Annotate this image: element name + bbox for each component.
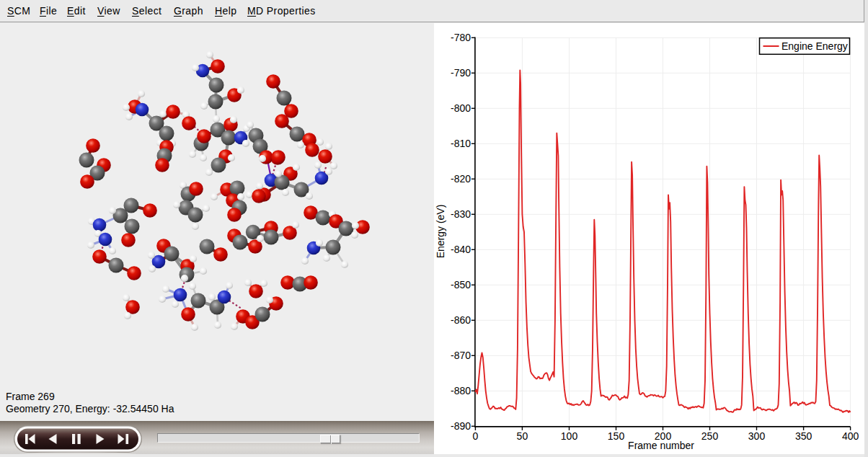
- svg-text:-860: -860: [451, 314, 471, 326]
- svg-text:-840: -840: [451, 244, 471, 255]
- svg-text:150: 150: [608, 430, 625, 442]
- svg-text:50: 50: [517, 430, 528, 442]
- svg-text:-820: -820: [451, 173, 471, 185]
- svg-text:300: 300: [748, 430, 766, 442]
- svg-text:-870: -870: [451, 350, 471, 361]
- svg-text:400: 400: [842, 430, 859, 442]
- svg-text:-800: -800: [451, 102, 471, 114]
- svg-text:-790: -790: [451, 67, 471, 79]
- svg-text:Frame number: Frame number: [628, 440, 694, 451]
- svg-text:-890: -890: [451, 420, 471, 432]
- svg-text:-850: -850: [451, 279, 471, 290]
- svg-text:100: 100: [561, 430, 578, 442]
- svg-text:Energy (eV): Energy (eV): [435, 205, 446, 259]
- svg-text:Engine Energy: Engine Energy: [781, 40, 848, 52]
- svg-text:-880: -880: [451, 385, 471, 396]
- svg-text:-780: -780: [451, 32, 471, 43]
- svg-text:-810: -810: [451, 138, 471, 149]
- svg-text:350: 350: [795, 430, 812, 442]
- svg-text:-830: -830: [451, 208, 471, 220]
- svg-text:0: 0: [473, 430, 479, 442]
- svg-text:250: 250: [701, 430, 719, 442]
